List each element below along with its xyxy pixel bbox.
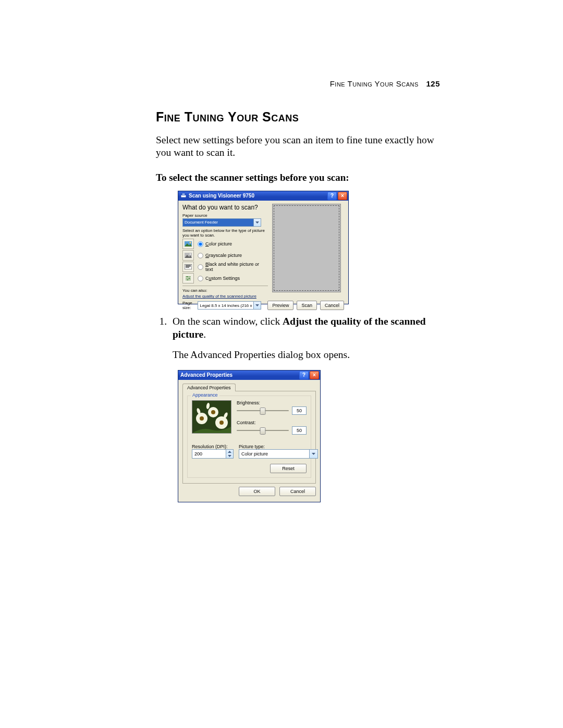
option-custom-radio[interactable] bbox=[198, 276, 203, 281]
svg-rect-0 bbox=[181, 195, 186, 198]
option-custom[interactable]: Custom Settings bbox=[182, 273, 268, 283]
scan-titlebar: Scan using Visioneer 9750 ? × bbox=[178, 191, 348, 201]
procedure-heading: To select the scanner settings before yo… bbox=[156, 172, 448, 183]
svg-marker-32 bbox=[312, 453, 315, 455]
resolution-value: 200 bbox=[192, 450, 226, 458]
option-bw-radio[interactable] bbox=[198, 264, 203, 269]
brightness-label: Brightness: bbox=[237, 400, 307, 405]
cancel-button[interactable]: Cancel bbox=[320, 301, 344, 310]
svg-marker-19 bbox=[255, 304, 259, 306]
close-button[interactable]: × bbox=[310, 371, 319, 379]
svg-point-5 bbox=[190, 242, 191, 243]
picture-type-value: Color picture bbox=[239, 450, 309, 458]
step1-result: The Advanced Properties dialog box opens… bbox=[173, 348, 448, 361]
step1-pre: On the scan window, click bbox=[173, 316, 283, 327]
tab-advanced-properties[interactable]: Advanced Properties bbox=[182, 384, 236, 391]
help-button[interactable]: ? bbox=[299, 371, 309, 379]
appearance-group: Appearance bbox=[187, 396, 311, 478]
option-grayscale-label: Grayscale picture bbox=[205, 253, 242, 258]
help-button[interactable]: ? bbox=[327, 192, 337, 200]
intro-paragraph: Select new settings before you scan an i… bbox=[156, 134, 448, 159]
option-bw[interactable]: Black and white picture or text bbox=[182, 262, 268, 272]
svg-marker-2 bbox=[255, 221, 259, 224]
svg-point-8 bbox=[190, 253, 191, 255]
resolution-spinner[interactable]: 200 bbox=[192, 449, 234, 459]
ap-title-text: Advanced Properties bbox=[180, 372, 232, 378]
scan-dialog: Scan using Visioneer 9750 ? × What do yo… bbox=[178, 191, 349, 304]
document-page: Fine Tuning Your Scans 125 Fine Tuning Y… bbox=[0, 0, 563, 728]
advanced-properties-dialog: Advanced Properties ? × Advanced Propert… bbox=[178, 370, 321, 502]
running-header-text: Fine Tuning Your Scans bbox=[330, 79, 419, 88]
svg-point-22 bbox=[200, 416, 204, 421]
bw-text-icon bbox=[182, 262, 194, 272]
svg-rect-16 bbox=[187, 276, 188, 277]
option-grayscale-radio[interactable] bbox=[198, 253, 203, 258]
scanner-icon bbox=[180, 193, 187, 199]
svg-marker-31 bbox=[228, 455, 231, 457]
adjust-quality-link[interactable]: Adjust the quality of the scanned pictur… bbox=[182, 294, 256, 299]
contrast-label: Contrast: bbox=[237, 420, 307, 425]
chevron-down-icon bbox=[253, 219, 261, 226]
resolution-label: Resolution (DPI): bbox=[192, 444, 234, 449]
option-color[interactable]: CColor pictureolor picture bbox=[182, 239, 268, 249]
page-size-value: Legal 8.5 x 14 inches (216 x 356 bbox=[198, 303, 253, 308]
custom-settings-icon bbox=[182, 273, 194, 283]
scan-title-text: Scan using Visioneer 9750 bbox=[189, 193, 254, 199]
option-bw-label: Black and white picture or text bbox=[205, 262, 268, 272]
paper-source-label: Paper source bbox=[182, 213, 268, 218]
close-button[interactable]: × bbox=[338, 192, 347, 200]
svg-point-24 bbox=[211, 410, 215, 414]
content-column: Fine Tuning Your Scans Select new settin… bbox=[156, 109, 448, 502]
steps-list: On the scan window, click Adjust the qua… bbox=[156, 315, 448, 362]
svg-rect-1 bbox=[182, 193, 185, 195]
appearance-group-label: Appearance bbox=[191, 392, 219, 398]
color-picture-icon bbox=[182, 239, 194, 249]
chevron-down-icon bbox=[253, 302, 261, 309]
you-can-also-label: You can also: bbox=[182, 288, 268, 293]
preview-selection[interactable] bbox=[274, 205, 339, 291]
preview-thumbnail bbox=[192, 400, 231, 434]
preview-button[interactable]: Preview bbox=[267, 301, 293, 310]
page-title: Fine Tuning Your Scans bbox=[156, 109, 448, 125]
option-color-radio[interactable] bbox=[198, 241, 203, 246]
ok-button[interactable]: OK bbox=[239, 487, 275, 496]
paper-source-value: Document Feeder bbox=[183, 220, 253, 225]
picture-type-combo[interactable]: Color picture bbox=[239, 449, 318, 459]
step1-post: . bbox=[203, 329, 206, 340]
ap-titlebar: Advanced Properties ? × bbox=[178, 371, 320, 380]
scan-heading: What do you want to scan? bbox=[182, 204, 268, 211]
svg-rect-18 bbox=[187, 279, 188, 280]
contrast-value: 50 bbox=[292, 426, 307, 435]
brightness-slider[interactable] bbox=[237, 410, 289, 411]
page-number: 125 bbox=[426, 79, 440, 88]
cancel-button[interactable]: Cancel bbox=[279, 487, 316, 496]
option-grayscale[interactable]: Grayscale picture bbox=[182, 250, 268, 261]
slider-thumb-icon bbox=[260, 427, 266, 435]
option-custom-label: Custom Settings bbox=[205, 276, 240, 281]
divider bbox=[182, 286, 268, 286]
reset-button[interactable]: Reset bbox=[270, 464, 307, 473]
chevron-down-icon bbox=[309, 450, 317, 458]
paper-source-combo[interactable]: Document Feeder bbox=[182, 218, 261, 227]
option-hint: Select an option below for the type of p… bbox=[182, 229, 268, 238]
page-size-label: Page size: bbox=[182, 301, 193, 310]
svg-marker-30 bbox=[228, 451, 231, 453]
picture-type-label: Picture type: bbox=[239, 444, 318, 449]
grayscale-picture-icon bbox=[182, 250, 194, 261]
running-header: Fine Tuning Your Scans 125 bbox=[330, 79, 440, 88]
step-1: On the scan window, click Adjust the qua… bbox=[169, 315, 448, 362]
tab-strip: Advanced Properties bbox=[182, 383, 316, 391]
spinner-down-icon[interactable] bbox=[226, 454, 233, 458]
svg-rect-17 bbox=[189, 278, 190, 279]
tab-panel: Appearance bbox=[182, 391, 316, 484]
spinner-up-icon[interactable] bbox=[226, 450, 233, 454]
scan-button[interactable]: Scan bbox=[297, 301, 317, 310]
preview-pane bbox=[272, 204, 341, 292]
page-size-combo[interactable]: Legal 8.5 x 14 inches (216 x 356 bbox=[198, 301, 261, 310]
svg-point-26 bbox=[219, 421, 224, 425]
slider-thumb-icon bbox=[260, 408, 266, 415]
contrast-slider[interactable] bbox=[237, 430, 289, 431]
option-color-label: CColor pictureolor picture bbox=[205, 241, 232, 246]
brightness-value: 50 bbox=[292, 406, 307, 415]
